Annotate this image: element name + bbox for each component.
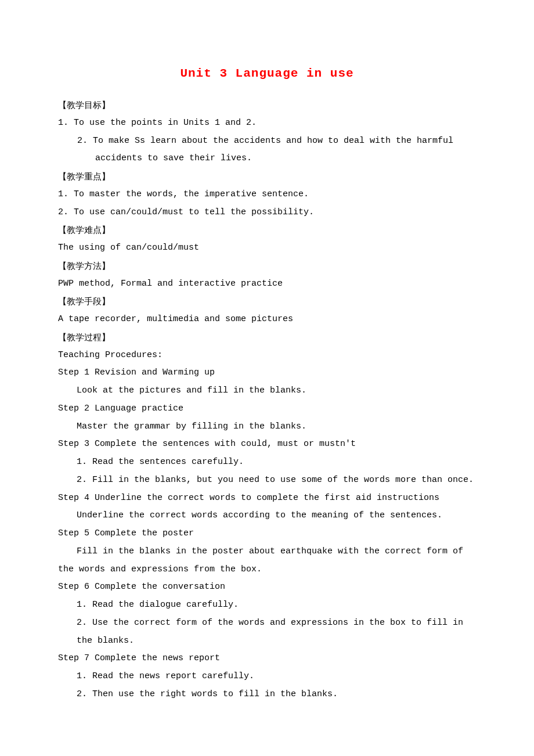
focus-item-1: 1. To master the words, the imperative s… [58,186,476,204]
step-6-num-1: 1. Read the dialogue carefully. [58,596,476,614]
page-title: Unit 3 Language in use [58,67,476,80]
difficulty-body: The using of can/could/must [58,239,476,257]
section-head-means: 【教学手段】 [58,293,476,311]
section-head-difficulty: 【教学难点】 [58,221,476,239]
step-4-title: Step 4 Underline the correct words to co… [58,489,476,507]
section-head-objectives: 【教学目标】 [58,96,476,114]
step-6-num-2: 2. Use the correct form of the words and… [58,614,476,650]
step-1-title: Step 1 Revision and Warming up [58,364,476,382]
step-3-num-1: 1. Read the sentences carefully. [58,453,476,471]
section-head-method: 【教学方法】 [58,257,476,275]
section-head-process: 【教学过程】 [58,329,476,347]
step-2-line-1: Master the grammar by filling in the bla… [58,418,476,436]
means-body: A tape recorder, multimedia and some pic… [58,311,476,329]
method-body: PWP method, Formal and interactive pract… [58,275,476,293]
step-7-num-2: 2. Then use the right words to fill in t… [58,686,476,704]
step-3-title: Step 3 Complete the sentences with could… [58,435,476,453]
document-page: Unit 3 Language in use 【教学目标】 1. To use … [0,0,534,739]
objectives-item-2: 2. To make Ss learn about the accidents … [58,132,476,168]
step-1-line-1: Look at the pictures and fill in the bla… [58,382,476,400]
section-head-focus: 【教学重点】 [58,168,476,186]
step-5-title: Step 5 Complete the poster [58,525,476,543]
step-7-title: Step 7 Complete the news report [58,650,476,668]
step-7-num-1: 1. Read the news report carefully. [58,668,476,686]
focus-item-2: 2. To use can/could/must to tell the pos… [58,204,476,222]
step-2-title: Step 2 Language practice [58,400,476,418]
process-intro: Teaching Procedures: [58,347,476,365]
objectives-item-1: 1. To use the points in Units 1 and 2. [58,114,476,132]
step-5-line-1: Fill in the blanks in the poster about e… [58,543,476,579]
step-4-line-1: Underline the correct words according to… [58,507,476,525]
step-6-title: Step 6 Complete the conversation [58,578,476,596]
step-3-num-2: 2. Fill in the blanks, but you need to u… [58,471,476,489]
